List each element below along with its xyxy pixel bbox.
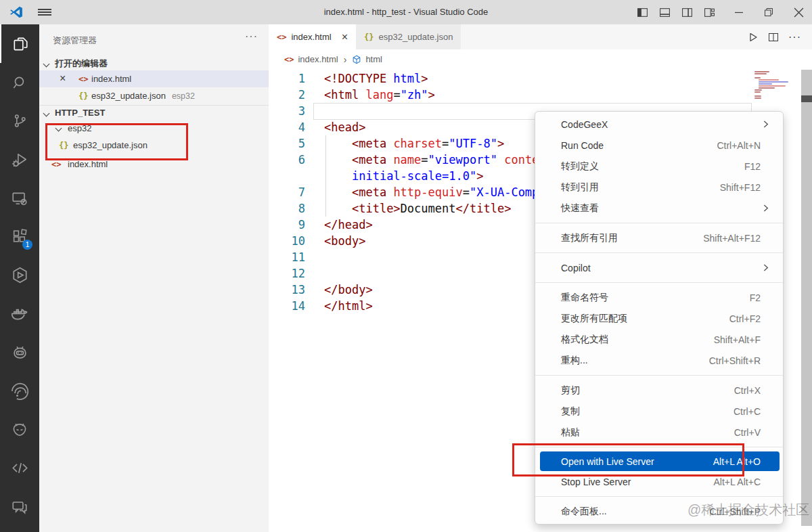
symbol-cube-icon [352, 55, 361, 64]
menu-item--[interactable]: 复制Ctrl+C [535, 401, 783, 422]
json-file-icon: {} [364, 32, 374, 42]
menu-item--[interactable]: 查找所有引用Shift+Alt+F12 [535, 227, 783, 248]
tab-esp32_update.json[interactable]: {}esp32_update.json [356, 24, 461, 49]
menu-item-run-code[interactable]: Run CodeCtrl+Alt+N [535, 135, 783, 156]
split-editor-icon[interactable] [768, 32, 779, 43]
menu-item-label: 重构... [561, 355, 588, 367]
code-line: 1<!DOCTYPE html> [269, 70, 812, 87]
watermark: @稀土掘金技术社区 [687, 501, 809, 519]
line-number: 5 [269, 135, 305, 152]
line-number: 7 [269, 184, 305, 200]
breadcrumb-separator: › [344, 54, 347, 65]
menu-item--[interactable]: 粘贴Ctrl+V [535, 422, 783, 443]
menu-item-label: 查找所有引用 [561, 232, 618, 244]
menu-separator [535, 496, 783, 497]
menu-item-label: 复制 [561, 405, 580, 418]
menu-shortcut: Shift+Alt+F [714, 334, 761, 345]
activity-hexagon-play-icon[interactable] [0, 256, 39, 294]
minimap[interactable] [754, 71, 796, 99]
line-number: 11 [269, 249, 305, 265]
extensions-badge: 1 [22, 240, 32, 250]
line-number: 4 [269, 119, 305, 135]
line-number: 14 [269, 298, 305, 314]
tab-index.html[interactable]: <>index.html× [269, 24, 356, 49]
chevron-down-icon [43, 60, 50, 67]
activity-docker-icon[interactable] [0, 294, 39, 333]
menu-separator [535, 223, 783, 223]
toggle-panel-icon[interactable] [656, 0, 673, 24]
line-number: 13 [269, 282, 305, 298]
menu-shortcut: Alt+L Alt+C [713, 476, 761, 487]
close-icon[interactable]: × [60, 72, 66, 85]
code-line: 2<html lang="zh"> [269, 87, 812, 103]
scrollbar[interactable] [801, 70, 812, 526]
line-number: 9 [269, 217, 305, 233]
line-number: 10 [269, 233, 305, 249]
menu-item-label: Stop Live Server [561, 476, 631, 487]
close-icon[interactable]: × [342, 32, 348, 43]
menu-item-codegeex[interactable]: CodeGeeX [535, 114, 783, 135]
activity-source-control-icon[interactable] [0, 102, 39, 140]
submenu-chevron-icon [761, 120, 770, 129]
menu-item--[interactable]: 格式化文档Shift+Alt+F [535, 329, 783, 350]
html-file-icon: <> [51, 160, 61, 169]
menu-item--[interactable]: 快速查看 [535, 198, 783, 219]
minimize-icon[interactable] [730, 0, 748, 24]
line-number [269, 168, 305, 184]
menu-shortcut: Ctrl+Alt+N [717, 140, 761, 151]
menu-item--[interactable]: 转到定义F12 [535, 156, 783, 177]
close-window-icon[interactable] [790, 0, 807, 24]
breadcrumb-file[interactable]: index.html [298, 54, 338, 64]
activity-bar: 1 [0, 24, 39, 532]
menu-shortcut: Ctrl+X [734, 385, 761, 396]
activity-extensions-icon[interactable]: 1 [0, 217, 39, 256]
activity-robot-icon[interactable] [0, 333, 39, 372]
open-editor-item[interactable]: {}esp32_update.jsonesp32 [39, 87, 269, 104]
toggle-sidebar-icon[interactable] [633, 0, 651, 24]
activity-run-debug-icon[interactable] [0, 140, 39, 179]
explorer-sidebar: 资源管理器 ··· 打开的编辑器 ×<>index.html{}esp32_up… [39, 24, 269, 532]
menu-item-label: 格式化文档 [561, 334, 608, 346]
file-name: esp32_update.jsonesp32 [91, 91, 195, 101]
menu-item-label: Run Code [561, 140, 604, 151]
menu-item--[interactable]: 剪切Ctrl+X [535, 380, 783, 401]
open-editors-header[interactable]: 打开的编辑器 [39, 56, 269, 70]
menu-item-label: Copilot [561, 263, 591, 273]
html-file-icon: <> [78, 74, 88, 84]
menu-item-label: 快速查看 [561, 202, 599, 215]
open-editor-item[interactable]: ×<>index.html [39, 70, 269, 87]
toggle-secondary-sidebar-icon[interactable] [678, 0, 696, 24]
menu-shortcut: F12 [744, 161, 761, 172]
scrollbar-thumb[interactable] [801, 95, 812, 102]
line-number: 2 [269, 87, 305, 103]
chevron-down-icon [43, 110, 50, 116]
activity-chat-icon[interactable] [0, 487, 39, 526]
activity-explorer-icon[interactable] [0, 24, 39, 63]
activity-remote-explorer-icon[interactable] [0, 179, 39, 217]
menu-item--[interactable]: 重构...Ctrl+Shift+R [535, 350, 783, 371]
customize-layout-icon[interactable] [700, 0, 718, 24]
workspace-header[interactable]: HTTP_TEST [39, 106, 269, 120]
menu-separator [535, 375, 783, 376]
indent-guide [325, 135, 326, 217]
sidebar-more-actions-icon[interactable]: ··· [245, 30, 258, 43]
menu-item--[interactable]: 更改所有匹配项Ctrl+F2 [535, 308, 783, 329]
restore-icon[interactable] [760, 0, 777, 24]
activity-search-icon[interactable] [0, 63, 39, 102]
red-annotation-box-sidebar [45, 123, 188, 160]
menu-item-label: CodeGeeX [561, 119, 608, 130]
menu-item--[interactable]: 重命名符号F2 [535, 287, 783, 308]
submenu-chevron-icon [761, 263, 770, 272]
activity-esp-icon[interactable] [0, 372, 39, 410]
more-actions-icon[interactable]: ··· [788, 31, 801, 43]
html-file-icon: <> [284, 55, 294, 64]
breadcrumb-symbol[interactable]: html [365, 54, 382, 64]
file-name: index.html [91, 74, 131, 84]
menu-item-label: 转到引用 [561, 181, 599, 194]
run-icon[interactable] [748, 32, 759, 43]
activity-alien-icon[interactable] [0, 410, 39, 449]
menu-item-copilot[interactable]: Copilot [535, 257, 783, 278]
menu-item--[interactable]: 转到引用Shift+F12 [535, 177, 783, 198]
menu-item-label: 粘贴 [561, 426, 580, 439]
activity-code-brackets-icon[interactable] [0, 449, 39, 487]
